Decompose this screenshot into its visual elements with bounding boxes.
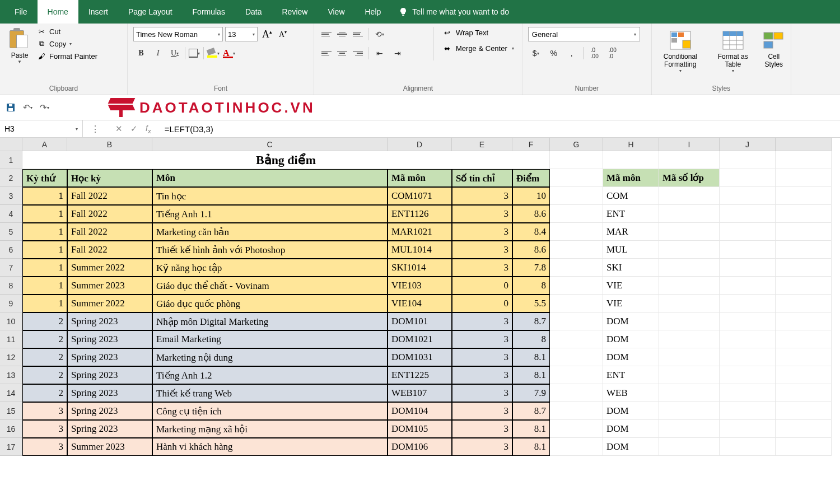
cell[interactable]: 8.1 — [512, 348, 550, 366]
col-header[interactable]: J — [720, 138, 776, 151]
cell[interactable]: Nhập môn Digital Marketing — [152, 312, 388, 330]
row-header[interactable]: 3 — [0, 187, 22, 205]
cell[interactable]: Thiết kế trang Web — [152, 384, 388, 402]
tell-me[interactable]: Tell me what you want to do — [399, 7, 509, 16]
formula-input[interactable]: =LEFT(D3,3) — [159, 120, 840, 137]
align-left-button[interactable] — [320, 47, 333, 59]
cell[interactable]: 3 — [452, 259, 512, 277]
cell[interactable] — [659, 259, 720, 277]
row-header[interactable]: 6 — [0, 241, 22, 259]
cell[interactable]: Kỹ năng học tập — [152, 259, 388, 277]
save-button[interactable] — [4, 101, 17, 114]
cell[interactable]: 3 — [452, 420, 512, 438]
cell[interactable] — [659, 205, 720, 223]
cell[interactable] — [659, 420, 720, 438]
align-top-button[interactable] — [320, 28, 333, 40]
cell[interactable]: 3 — [452, 241, 512, 259]
row-header[interactable]: 5 — [0, 223, 22, 241]
cell[interactable]: 2 — [22, 384, 67, 402]
name-box[interactable]: H3▾ — [0, 120, 83, 137]
cell[interactable] — [550, 366, 603, 384]
row-header[interactable]: 2 — [0, 169, 22, 187]
cell[interactable]: Spring 2023 — [67, 366, 152, 384]
cell[interactable]: DOM — [603, 438, 659, 456]
align-center-button[interactable] — [335, 47, 349, 59]
cell[interactable] — [550, 223, 603, 241]
cell[interactable] — [720, 366, 776, 384]
cell[interactable]: DOM — [603, 330, 659, 348]
col-header[interactable]: H — [603, 138, 659, 151]
accounting-format-button[interactable]: $▾ — [528, 46, 544, 60]
cell[interactable]: DOM104 — [388, 402, 452, 420]
cell[interactable]: Spring 2023 — [67, 312, 152, 330]
copy-button[interactable]: ⧉Copy▾ — [37, 39, 97, 48]
format-painter-button[interactable]: 🖌Format Painter — [37, 52, 97, 60]
cell[interactable] — [776, 241, 832, 259]
number-format-select[interactable]: General▾ — [528, 27, 640, 41]
paste-button[interactable]: Paste ▼ — [6, 27, 34, 64]
cell[interactable]: 3 — [452, 205, 512, 223]
cell[interactable] — [659, 438, 720, 456]
cell[interactable]: Spring 2023 — [67, 384, 152, 402]
cell[interactable]: Thiết kế hình ảnh với Photoshop — [152, 241, 388, 259]
cell[interactable] — [550, 330, 603, 348]
table-header[interactable]: Mã số lớp — [659, 169, 720, 187]
cell[interactable] — [776, 348, 832, 366]
decrease-font-button[interactable]: A▾ — [277, 30, 289, 39]
col-header[interactable]: C — [152, 138, 388, 151]
tab-insert[interactable]: Insert — [78, 0, 118, 24]
tab-review[interactable]: Review — [272, 0, 318, 24]
orientation-button[interactable]: ⟲▾ — [372, 27, 388, 41]
cell[interactable]: DOM101 — [388, 312, 452, 330]
tab-view[interactable]: View — [318, 0, 354, 24]
cell[interactable] — [659, 348, 720, 366]
cell[interactable] — [776, 223, 832, 241]
cell[interactable]: 2 — [22, 366, 67, 384]
cell[interactable]: 3 — [452, 312, 512, 330]
cell[interactable] — [720, 241, 776, 259]
fx-button[interactable]: fx — [146, 124, 151, 134]
cell[interactable] — [659, 312, 720, 330]
cell[interactable]: 3 — [22, 402, 67, 420]
cell[interactable] — [720, 384, 776, 402]
cell[interactable]: 2 — [22, 348, 67, 366]
cell[interactable]: 8.6 — [512, 205, 550, 223]
cell[interactable]: Tin học — [152, 187, 388, 205]
row-header[interactable]: 11 — [0, 330, 22, 348]
cell[interactable] — [720, 205, 776, 223]
cell[interactable]: DOM — [603, 312, 659, 330]
conditional-formatting-button[interactable]: Conditional Formatting ▾ — [657, 30, 703, 73]
align-middle-button[interactable] — [335, 28, 349, 40]
bold-button[interactable]: B — [133, 46, 149, 60]
cell[interactable]: 8 — [512, 330, 550, 348]
row-header[interactable]: 15 — [0, 402, 22, 420]
tab-file[interactable]: File — [4, 0, 38, 24]
cell[interactable]: SKI1014 — [388, 259, 452, 277]
cell[interactable] — [659, 223, 720, 241]
cell[interactable]: Giáo dục quốc phòng — [152, 295, 388, 312]
merge-center-button[interactable]: ⬌Merge & Center▾ — [440, 43, 516, 54]
cell[interactable]: SKI — [603, 259, 659, 277]
cell[interactable] — [659, 295, 720, 312]
font-name-select[interactable]: Times New Roman▾ — [133, 27, 223, 41]
cell[interactable] — [720, 438, 776, 456]
cell[interactable]: VIE — [603, 295, 659, 312]
cell[interactable]: 5.5 — [512, 295, 550, 312]
cell[interactable] — [776, 277, 832, 295]
cell[interactable]: WEB107 — [388, 384, 452, 402]
cell[interactable]: 7.8 — [512, 259, 550, 277]
cell[interactable]: Tiếng Anh 1.2 — [152, 366, 388, 384]
tab-home[interactable]: Home — [38, 0, 78, 24]
cell[interactable]: 3 — [22, 420, 67, 438]
cell-styles-button[interactable]: Cell Styles — [763, 30, 785, 73]
cell[interactable]: 1 — [22, 241, 67, 259]
col-header[interactable]: E — [452, 138, 512, 151]
cell[interactable] — [659, 402, 720, 420]
cell[interactable]: 1 — [22, 187, 67, 205]
tab-data[interactable]: Data — [235, 0, 272, 24]
increase-decimal-button[interactable]: .0.00 — [587, 46, 603, 60]
cell[interactable]: VIE104 — [388, 295, 452, 312]
col-header[interactable]: A — [22, 138, 67, 151]
col-header[interactable]: G — [550, 138, 603, 151]
row-header[interactable]: 14 — [0, 384, 22, 402]
